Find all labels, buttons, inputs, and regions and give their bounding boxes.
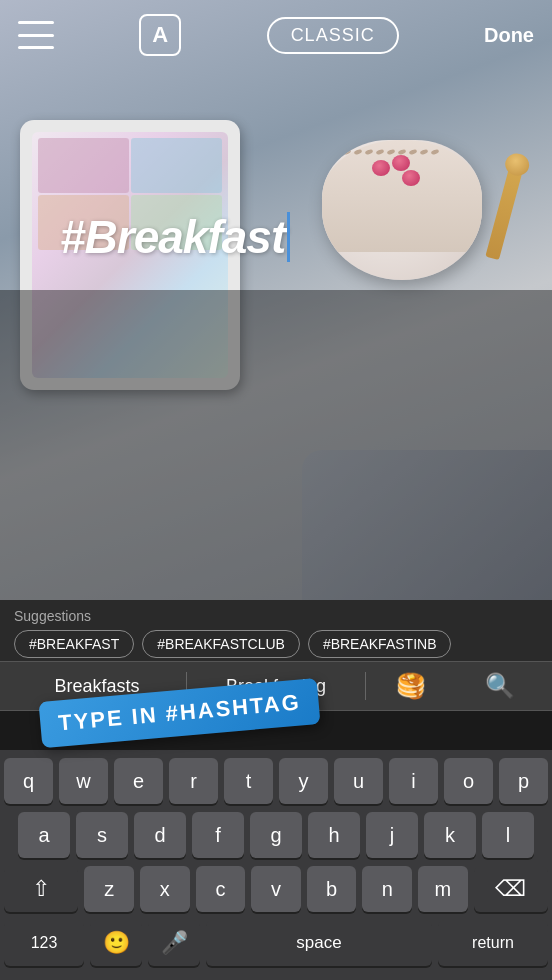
autocomplete-emoji-2[interactable]: 🔍 [455, 672, 544, 700]
key-c[interactable]: c [196, 866, 246, 912]
key-f[interactable]: f [192, 812, 244, 858]
suggestion-pill-1[interactable]: #BREAKFAST [14, 630, 134, 658]
key-x[interactable]: x [140, 866, 190, 912]
top-bar: A CLASSIC Done [0, 0, 552, 70]
key-space[interactable]: space [206, 920, 432, 966]
key-t[interactable]: t [224, 758, 273, 804]
hashtag-overlay[interactable]: #Breakfast [60, 210, 532, 264]
hashtag-text: #Breakfast [60, 210, 285, 264]
delete-icon: ⌫ [495, 876, 526, 902]
key-n[interactable]: n [362, 866, 412, 912]
classic-button[interactable]: CLASSIC [267, 17, 399, 54]
keyboard-row-bottom: 123 🙂 🎤 space return [4, 920, 548, 966]
key-e[interactable]: e [114, 758, 163, 804]
suggestion-pill-2[interactable]: #BREAKFASTCLUB [142, 630, 300, 658]
key-return[interactable]: return [438, 920, 548, 966]
dim-overlay [0, 290, 552, 600]
keyboard: q w e r t y u i o p a s d f g h j k l ⇧ … [0, 750, 552, 980]
key-v[interactable]: v [251, 866, 301, 912]
text-cursor [287, 212, 290, 262]
key-g[interactable]: g [250, 812, 302, 858]
suggestions-area: Suggestions #BREAKFAST #BREAKFASTCLUB #B… [0, 600, 552, 664]
keyboard-row-1: q w e r t y u i o p [4, 758, 548, 804]
key-j[interactable]: j [366, 812, 418, 858]
key-y[interactable]: y [279, 758, 328, 804]
suggestions-label: Suggestions [0, 608, 552, 630]
key-delete[interactable]: ⌫ [474, 866, 548, 912]
key-d[interactable]: d [134, 812, 186, 858]
suggestions-pills: #BREAKFAST #BREAKFASTCLUB #BREAKFASTINB [0, 630, 552, 658]
key-k[interactable]: k [424, 812, 476, 858]
key-q[interactable]: q [4, 758, 53, 804]
hashtag-banner-text: TYPE IN #HASHTAG [57, 689, 301, 735]
microphone-icon: 🎤 [161, 930, 188, 956]
keyboard-row-2: a s d f g h j k l [4, 812, 548, 858]
key-u[interactable]: u [334, 758, 383, 804]
canvas-area[interactable]: #Breakfast [0, 0, 552, 600]
suggestion-pill-3[interactable]: #BREAKFASTINB [308, 630, 452, 658]
shift-icon: ⇧ [32, 876, 50, 902]
key-microphone[interactable]: 🎤 [148, 920, 200, 966]
key-l[interactable]: l [482, 812, 534, 858]
done-button[interactable]: Done [484, 24, 534, 47]
keyboard-row-3: ⇧ z x c v b n m ⌫ [4, 866, 548, 912]
key-z[interactable]: z [84, 866, 134, 912]
key-s[interactable]: s [76, 812, 128, 858]
key-h[interactable]: h [308, 812, 360, 858]
text-style-button[interactable]: A [139, 14, 181, 56]
key-shift[interactable]: ⇧ [4, 866, 78, 912]
key-o[interactable]: o [444, 758, 493, 804]
key-emoji[interactable]: 🙂 [90, 920, 142, 966]
text-style-label: A [152, 22, 168, 48]
key-a[interactable]: a [18, 812, 70, 858]
emoji-icon: 🙂 [103, 930, 130, 956]
menu-button[interactable] [18, 21, 54, 49]
key-m[interactable]: m [418, 866, 468, 912]
key-p[interactable]: p [499, 758, 548, 804]
key-r[interactable]: r [169, 758, 218, 804]
autocomplete-emoji-1[interactable]: 🥞 [366, 672, 455, 700]
key-numbers[interactable]: 123 [4, 920, 84, 966]
key-i[interactable]: i [389, 758, 438, 804]
canvas-background: #Breakfast [0, 0, 552, 600]
key-w[interactable]: w [59, 758, 108, 804]
key-b[interactable]: b [307, 866, 357, 912]
